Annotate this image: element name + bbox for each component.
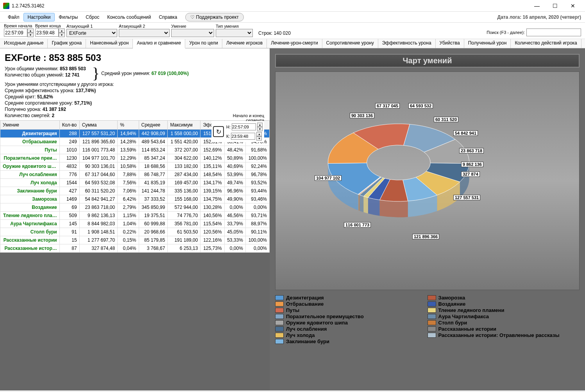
- chart-value-label: 23 863 718: [459, 148, 484, 153]
- chart-value-label: 327 874: [461, 171, 480, 177]
- skill-select[interactable]: [171, 29, 214, 37]
- segment-start-input[interactable]: [232, 123, 256, 130]
- legend-swatch: [428, 333, 436, 338]
- tab-6[interactable]: Лечение-урон-смерти: [267, 39, 322, 48]
- menu-reset[interactable]: Сброс: [82, 13, 103, 21]
- menu-settings[interactable]: Настройки: [23, 13, 55, 21]
- table-row[interactable]: Поразительное преи…1230104 977 101,7012,…: [0, 154, 270, 162]
- close-button[interactable]: ✕: [564, 0, 582, 12]
- legend-item[interactable]: Дезинтеграция: [275, 295, 428, 301]
- tab-5[interactable]: Лечение игроков: [222, 39, 267, 48]
- table-row[interactable]: Заклинание бури42760 311 520,207,06%141 …: [0, 187, 270, 195]
- row-count: Строк: 140 020: [258, 30, 291, 37]
- table-row[interactable]: Оружие ядовитого ши…483290 303 136,0110,…: [0, 162, 270, 171]
- maximize-button[interactable]: ☐: [546, 0, 564, 12]
- tab-7[interactable]: Сопротивление урону: [322, 39, 378, 48]
- menu-console[interactable]: Консоль сообщений: [103, 13, 155, 21]
- end-time-input[interactable]: [35, 29, 59, 37]
- table-row[interactable]: Тление ледяного пла…5099 862 136,131,15%…: [0, 212, 270, 220]
- log-date: Дата лога: 16 апреля, 2020 (четверг): [497, 14, 581, 20]
- filter-bar: Время начала ▲▼ Время конца ▲▼ Атакующий…: [0, 23, 585, 39]
- tab-bar: Исходные данныеГрафик уронаНанесенный ур…: [0, 39, 585, 48]
- legend-item[interactable]: Луч холода: [275, 332, 428, 338]
- segment-controls: ↻ Н:▲▼ К:▲▼: [211, 121, 264, 142]
- chart-legend: ДезинтеграцияОтбрасываниеПутыПоразительн…: [275, 295, 580, 345]
- tab-0[interactable]: Исходные данные: [0, 39, 48, 48]
- minimize-button[interactable]: —: [528, 0, 546, 12]
- menu-file[interactable]: Файл: [4, 13, 23, 21]
- attacker1-select[interactable]: EXForte: [66, 29, 117, 37]
- spin-down-icon[interactable]: ▼: [256, 136, 262, 141]
- legend-item[interactable]: Путы: [275, 307, 428, 313]
- legend-item[interactable]: Столп бури: [428, 320, 580, 326]
- table-row[interactable]: Рассказанные истории151 277 697,700,15%8…: [0, 236, 270, 244]
- legend-swatch: [428, 301, 436, 306]
- table-row[interactable]: Столп бури911 908 148,510,22%20 968,6661…: [0, 228, 270, 236]
- spin-down-icon[interactable]: ▼: [27, 33, 34, 37]
- legend-swatch: [275, 308, 284, 313]
- support-button[interactable]: ♡Поддержать проект: [185, 13, 244, 21]
- chart-value-label: 67 317 045: [375, 103, 400, 109]
- legend-swatch: [275, 339, 284, 344]
- table-row[interactable]: Аура Чартилифакса1458 844 982,031,04%60 …: [0, 220, 270, 228]
- table-row[interactable]: Путы1010116 001 773,4813,59%114 853,2437…: [0, 146, 270, 154]
- legend-item[interactable]: Заморозка: [428, 295, 580, 301]
- spin-up-icon[interactable]: ▲: [256, 132, 262, 136]
- col-header[interactable]: Максимум: [168, 121, 200, 130]
- chart-value-label: 9 862 136: [461, 162, 483, 167]
- tab-2[interactable]: Нанесенный урон: [86, 39, 133, 48]
- table-row[interactable]: Заморозка146954 842 941,276,42%37 333,52…: [0, 195, 270, 203]
- tab-8[interactable]: Эффективность урона: [378, 39, 436, 48]
- tab-1[interactable]: График урона: [48, 39, 86, 48]
- table-row[interactable]: Рассказанные истор…87327 874,480,04%3 76…: [0, 244, 270, 253]
- tab-9[interactable]: Убийства: [436, 39, 464, 48]
- spin-down-icon[interactable]: ▼: [257, 127, 263, 131]
- legend-item[interactable]: Воздаяние: [428, 301, 580, 307]
- legend-swatch: [428, 308, 436, 313]
- col-header[interactable]: Сумма: [79, 121, 118, 130]
- legend-item[interactable]: Рассказанные истории: [428, 326, 580, 332]
- spin-up-icon[interactable]: ▲: [59, 29, 65, 33]
- legend-swatch: [428, 314, 436, 319]
- legend-swatch: [275, 301, 284, 306]
- legend-item[interactable]: Заклинание бури: [275, 339, 428, 344]
- col-header[interactable]: %: [118, 121, 139, 130]
- chart-value-label: 104 977 102: [315, 175, 342, 181]
- tab-4[interactable]: Урон по цели: [185, 39, 222, 48]
- tab-10[interactable]: Полученный урон: [464, 39, 511, 48]
- table-row[interactable]: Луч ослабления77667 317 044,607,88%86 74…: [0, 171, 270, 179]
- menu-help[interactable]: Справка: [155, 13, 181, 21]
- skill-label: Умение: [171, 24, 214, 29]
- chart-value-label: 127 557 531: [453, 195, 480, 200]
- legend-swatch: [275, 326, 284, 331]
- spin-up-icon[interactable]: ▲: [27, 29, 34, 33]
- tab-11[interactable]: Количество действий игрока: [511, 39, 581, 48]
- col-header[interactable]: Кол-во: [59, 121, 79, 130]
- attacker2-select[interactable]: [119, 29, 170, 37]
- chart-value-label: 116 001 773: [344, 222, 371, 228]
- spin-down-icon[interactable]: ▼: [59, 33, 65, 37]
- tab-3[interactable]: Анализ и сравнение: [133, 39, 185, 48]
- col-header[interactable]: Среднее: [139, 121, 168, 130]
- table-row[interactable]: Луч холода154464 593 532,087,56%41 835,1…: [0, 179, 270, 187]
- menu-filters[interactable]: Фильтры: [55, 13, 82, 21]
- legend-item[interactable]: Рассказанные истории: Отравленные расска…: [428, 332, 580, 338]
- brace-icon: }: [92, 66, 100, 81]
- legend-item[interactable]: Поразительное преимущество: [275, 314, 428, 319]
- legend-item[interactable]: Оружие ядовитого шипа: [275, 320, 428, 326]
- legend-item[interactable]: Тление ледяного пламени: [428, 307, 580, 313]
- legend-swatch: [428, 295, 436, 300]
- end-time-label: Время конца: [35, 23, 65, 28]
- legend-item[interactable]: Отбрасывание: [275, 301, 428, 307]
- refresh-button[interactable]: ↻: [213, 126, 224, 137]
- search-input[interactable]: [526, 29, 581, 36]
- segment-end-input[interactable]: [231, 133, 255, 140]
- col-header[interactable]: Умение: [0, 121, 60, 130]
- table-row[interactable]: Воздаяние6923 863 718,002,79%345 850,995…: [0, 203, 270, 212]
- start-time-input[interactable]: [4, 29, 27, 37]
- menubar: Файл Настройки Фильтры Сброс Консоль соо…: [0, 12, 585, 23]
- legend-item[interactable]: Луч ослабления: [275, 326, 428, 332]
- legend-item[interactable]: Аура Чартилифакса: [428, 314, 580, 319]
- spin-up-icon[interactable]: ▲: [257, 123, 263, 127]
- skilltype-select[interactable]: [216, 29, 253, 37]
